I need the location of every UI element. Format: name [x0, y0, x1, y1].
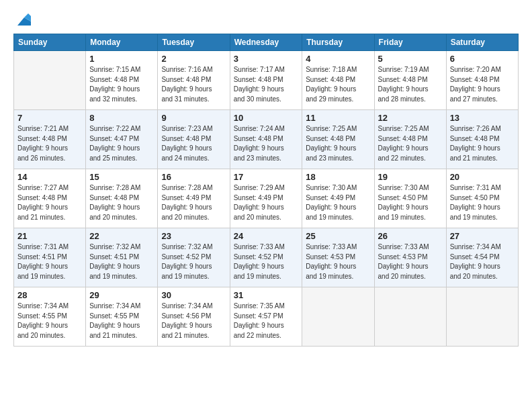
calendar-cell: 31Sunrise: 7:35 AMSunset: 4:57 PMDayligh…: [230, 287, 302, 347]
day-info: Sunrise: 7:32 AMSunset: 4:52 PMDaylight:…: [161, 242, 226, 281]
day-number: 24: [234, 231, 299, 241]
header-day-thursday: Thursday: [302, 34, 374, 51]
day-number: 9: [161, 113, 226, 123]
day-info: Sunrise: 7:21 AMSunset: 4:48 PMDaylight:…: [17, 124, 82, 163]
day-number: 7: [17, 113, 82, 123]
day-info: Sunrise: 7:26 AMSunset: 4:48 PMDaylight:…: [450, 124, 515, 163]
header-day-friday: Friday: [374, 34, 446, 51]
calendar-cell: 30Sunrise: 7:34 AMSunset: 4:56 PMDayligh…: [158, 287, 230, 347]
day-number: 25: [306, 231, 370, 241]
day-info: Sunrise: 7:34 AMSunset: 4:54 PMDaylight:…: [450, 242, 515, 281]
day-number: 1: [89, 54, 154, 64]
day-info: Sunrise: 7:32 AMSunset: 4:51 PMDaylight:…: [89, 242, 154, 281]
calendar-cell: 27Sunrise: 7:34 AMSunset: 4:54 PMDayligh…: [446, 228, 518, 287]
day-number: 19: [378, 172, 443, 182]
page: SundayMondayTuesdayWednesdayThursdayFrid…: [0, 0, 532, 411]
day-info: Sunrise: 7:33 AMSunset: 4:53 PMDaylight:…: [378, 242, 443, 281]
calendar-table: SundayMondayTuesdayWednesdayThursdayFrid…: [13, 34, 519, 347]
calendar-cell: 2Sunrise: 7:16 AMSunset: 4:48 PMDaylight…: [158, 51, 230, 110]
day-info: Sunrise: 7:24 AMSunset: 4:48 PMDaylight:…: [234, 124, 299, 163]
header-day-sunday: Sunday: [14, 34, 86, 51]
day-info: Sunrise: 7:16 AMSunset: 4:48 PMDaylight:…: [161, 65, 226, 104]
calendar-week-row: 14Sunrise: 7:27 AMSunset: 4:48 PMDayligh…: [14, 169, 519, 228]
day-number: 21: [17, 231, 82, 241]
day-number: 4: [306, 54, 370, 64]
day-number: 26: [378, 231, 443, 241]
day-info: Sunrise: 7:34 AMSunset: 4:55 PMDaylight:…: [17, 302, 82, 340]
calendar-week-row: 28Sunrise: 7:34 AMSunset: 4:55 PMDayligh…: [14, 287, 519, 347]
calendar-cell: 7Sunrise: 7:21 AMSunset: 4:48 PMDaylight…: [14, 110, 86, 169]
day-info: Sunrise: 7:20 AMSunset: 4:48 PMDaylight:…: [450, 65, 515, 104]
day-number: 15: [89, 172, 154, 182]
calendar-cell: 15Sunrise: 7:28 AMSunset: 4:48 PMDayligh…: [86, 169, 158, 228]
calendar-cell: 3Sunrise: 7:17 AMSunset: 4:48 PMDaylight…: [230, 51, 302, 110]
calendar-cell: [14, 51, 86, 110]
day-info: Sunrise: 7:33 AMSunset: 4:53 PMDaylight:…: [306, 242, 370, 281]
calendar-cell: 28Sunrise: 7:34 AMSunset: 4:55 PMDayligh…: [14, 287, 86, 347]
day-number: 20: [450, 172, 515, 182]
day-number: 3: [234, 54, 299, 64]
day-info: Sunrise: 7:25 AMSunset: 4:48 PMDaylight:…: [306, 124, 370, 163]
calendar-cell: 8Sunrise: 7:22 AMSunset: 4:47 PMDaylight…: [86, 110, 158, 169]
day-info: Sunrise: 7:31 AMSunset: 4:50 PMDaylight:…: [450, 183, 515, 222]
calendar-cell: 20Sunrise: 7:31 AMSunset: 4:50 PMDayligh…: [446, 169, 518, 228]
day-info: Sunrise: 7:30 AMSunset: 4:49 PMDaylight:…: [306, 183, 370, 222]
day-info: Sunrise: 7:17 AMSunset: 4:48 PMDaylight:…: [234, 65, 299, 104]
logo: [13, 12, 31, 28]
day-info: Sunrise: 7:31 AMSunset: 4:51 PMDaylight:…: [17, 242, 82, 281]
day-number: 14: [17, 172, 82, 182]
day-number: 6: [450, 54, 515, 64]
calendar-cell: [374, 287, 446, 347]
calendar-cell: 22Sunrise: 7:32 AMSunset: 4:51 PMDayligh…: [86, 228, 158, 287]
calendar-cell: 23Sunrise: 7:32 AMSunset: 4:52 PMDayligh…: [158, 228, 230, 287]
calendar-cell: 6Sunrise: 7:20 AMSunset: 4:48 PMDaylight…: [446, 51, 518, 110]
day-info: Sunrise: 7:22 AMSunset: 4:47 PMDaylight:…: [89, 124, 154, 163]
day-number: 13: [450, 113, 515, 123]
header-day-wednesday: Wednesday: [230, 34, 302, 51]
day-info: Sunrise: 7:15 AMSunset: 4:48 PMDaylight:…: [89, 65, 154, 104]
calendar-cell: 29Sunrise: 7:34 AMSunset: 4:55 PMDayligh…: [86, 287, 158, 347]
day-info: Sunrise: 7:28 AMSunset: 4:48 PMDaylight:…: [89, 183, 154, 222]
calendar-cell: 16Sunrise: 7:28 AMSunset: 4:49 PMDayligh…: [158, 169, 230, 228]
day-number: 10: [234, 113, 299, 123]
day-number: 2: [161, 54, 226, 64]
day-number: 22: [89, 231, 154, 241]
day-number: 27: [450, 231, 515, 241]
header-day-tuesday: Tuesday: [158, 34, 230, 51]
day-number: 5: [378, 54, 443, 64]
calendar-cell: 26Sunrise: 7:33 AMSunset: 4:53 PMDayligh…: [374, 228, 446, 287]
calendar-cell: 19Sunrise: 7:30 AMSunset: 4:50 PMDayligh…: [374, 169, 446, 228]
day-info: Sunrise: 7:27 AMSunset: 4:48 PMDaylight:…: [17, 183, 82, 222]
calendar-cell: 24Sunrise: 7:33 AMSunset: 4:52 PMDayligh…: [230, 228, 302, 287]
calendar-cell: [446, 287, 518, 347]
calendar-cell: 5Sunrise: 7:19 AMSunset: 4:48 PMDaylight…: [374, 51, 446, 110]
calendar-cell: 9Sunrise: 7:23 AMSunset: 4:48 PMDaylight…: [158, 110, 230, 169]
day-info: Sunrise: 7:35 AMSunset: 4:57 PMDaylight:…: [234, 302, 299, 340]
calendar-week-row: 7Sunrise: 7:21 AMSunset: 4:48 PMDaylight…: [14, 110, 519, 169]
calendar-cell: [302, 287, 374, 347]
calendar-cell: 11Sunrise: 7:25 AMSunset: 4:48 PMDayligh…: [302, 110, 374, 169]
day-number: 29: [89, 290, 154, 300]
calendar-week-row: 1Sunrise: 7:15 AMSunset: 4:48 PMDaylight…: [14, 51, 519, 110]
calendar-cell: 10Sunrise: 7:24 AMSunset: 4:48 PMDayligh…: [230, 110, 302, 169]
day-info: Sunrise: 7:30 AMSunset: 4:50 PMDaylight:…: [378, 183, 443, 222]
day-number: 8: [89, 113, 154, 123]
day-number: 28: [17, 290, 82, 300]
calendar-cell: 4Sunrise: 7:18 AMSunset: 4:48 PMDaylight…: [302, 51, 374, 110]
logo-icon: [15, 12, 31, 28]
calendar-cell: 21Sunrise: 7:31 AMSunset: 4:51 PMDayligh…: [14, 228, 86, 287]
day-info: Sunrise: 7:34 AMSunset: 4:56 PMDaylight:…: [161, 302, 226, 340]
day-number: 11: [306, 113, 370, 123]
day-number: 30: [161, 290, 226, 300]
day-info: Sunrise: 7:33 AMSunset: 4:52 PMDaylight:…: [234, 242, 299, 281]
calendar-cell: 13Sunrise: 7:26 AMSunset: 4:48 PMDayligh…: [446, 110, 518, 169]
day-info: Sunrise: 7:25 AMSunset: 4:48 PMDaylight:…: [378, 124, 443, 163]
header-day-saturday: Saturday: [446, 34, 518, 51]
calendar-cell: 17Sunrise: 7:29 AMSunset: 4:49 PMDayligh…: [230, 169, 302, 228]
day-number: 16: [161, 172, 226, 182]
day-info: Sunrise: 7:34 AMSunset: 4:55 PMDaylight:…: [89, 302, 154, 340]
header: [13, 12, 519, 28]
day-info: Sunrise: 7:28 AMSunset: 4:49 PMDaylight:…: [161, 183, 226, 222]
calendar-cell: 1Sunrise: 7:15 AMSunset: 4:48 PMDaylight…: [86, 51, 158, 110]
day-number: 12: [378, 113, 443, 123]
